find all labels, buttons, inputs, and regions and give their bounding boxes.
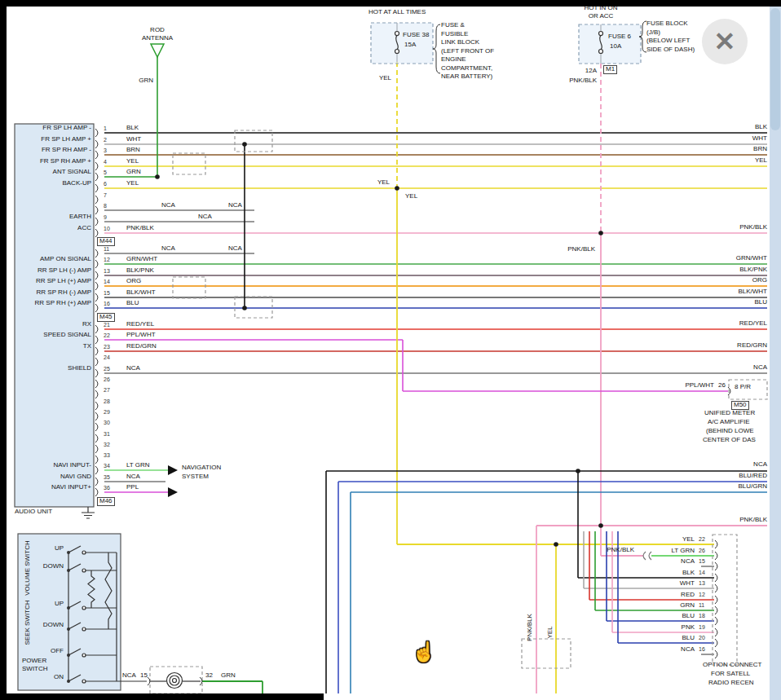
label-audio_unit-pins-31-wire: PPL: [126, 484, 139, 491]
switch-terminal: [82, 606, 86, 610]
label-top-fuse2-wire: PNK/BLK: [569, 77, 597, 85]
arrow-icon: [168, 465, 178, 475]
switch-terminal: [82, 680, 86, 683]
connector-pin-bracket: [95, 260, 98, 268]
ground-icon: [82, 507, 95, 518]
inline-connector-box: [173, 277, 205, 298]
connector-pin-bracket: [95, 466, 98, 474]
label-audio_unit-pins-17-signal: SPEED SIGNAL: [43, 332, 91, 339]
switch-terminal: [82, 551, 86, 554]
connector-pin-bracket: [95, 206, 98, 214]
label-audio_unit-m44: M44: [97, 237, 115, 246]
connector-pin-bracket: [715, 596, 717, 604]
label-top-fuse2-note-2: (BELOW LEFT: [646, 37, 690, 45]
label-top-fuse1-wire: YEL: [379, 75, 391, 82]
label-bottom_right-rows-10-w: NCA: [681, 646, 695, 654]
label-right-wire_labels-12: NCA: [753, 364, 767, 372]
fuse-terminal: [395, 32, 399, 36]
connector-pin-bracket: [95, 249, 98, 258]
label-audio_unit-pins-0-signal: FR SP LH AMP -: [42, 125, 91, 132]
label-audio_unit-pins-12-n: 13: [104, 268, 110, 275]
connector-pin-bracket: [715, 628, 717, 636]
page-bottom-edge: [7, 693, 324, 700]
label-top-fuse2-rating: 10A: [610, 43, 621, 51]
label-audio_unit-pins-21-n: 26: [104, 376, 110, 383]
splice-icon: [649, 552, 651, 560]
label-audio_unit-pins-18-signal: TX: [83, 343, 91, 350]
label-bottom_right-rows-5-n: 12: [699, 592, 705, 598]
label-top-fuse2-note-1: (J/B): [646, 29, 660, 37]
label-right-wire_labels-11: RED/GRN: [737, 342, 767, 350]
label-top-antenna-l1: ROD: [150, 27, 165, 34]
label-audio_unit-title: AUDIO UNIT: [15, 508, 52, 516]
connector-pin-bracket: [95, 358, 98, 366]
label-right-m50_group-conn_pin: 8 P/R: [735, 384, 751, 391]
connector-pin-bracket: [715, 584, 717, 592]
label-audio_unit-pins-20-signal: SHIELD: [68, 365, 91, 372]
label-audio_unit-pins-2-wire: BRN: [126, 147, 140, 154]
scrollbar-thumb[interactable]: [770, 8, 780, 130]
label-top-fuse1-note-5: COMPARTMENT,: [441, 65, 492, 73]
inline-connector-box: [235, 297, 272, 318]
label-right-m50_group-pin: 26: [718, 382, 726, 390]
label-top-fuse2-note-0: FUSE BLOCK: [646, 20, 688, 28]
connector-pin-bracket: [95, 162, 98, 170]
connector-pin-bracket: [148, 677, 150, 685]
label-audio_unit-m46: M46: [97, 497, 115, 506]
connector-pin-bracket: [715, 639, 717, 647]
label-bottom_right-rows-8-n: 19: [699, 624, 705, 631]
label-mid-yel_a: YEL: [377, 179, 390, 187]
label-audio_unit-pins-14-signal: RR SP RH (-) AMP: [37, 289, 91, 297]
label-right-unified-3: CENTER OF DAS: [703, 437, 756, 444]
close-button[interactable]: ✕: [702, 19, 748, 64]
arrow-icon: [168, 487, 178, 497]
label-bottom_right-vert_labels-yel: YEL: [547, 626, 554, 638]
label-audio_unit-nca: NCA: [198, 214, 212, 221]
label-navigation-l1: NAVIGATION: [182, 464, 221, 472]
connector-pin-bracket: [95, 445, 98, 453]
close-icon: ✕: [714, 27, 736, 56]
label-audio_unit-pins-4-wire: GRN: [126, 169, 141, 176]
label-audio_unit-nca: NCA: [228, 202, 242, 209]
label-switches-contacts-5: ON: [54, 674, 64, 681]
label-audio_unit-pins-14-n: 15: [104, 290, 110, 297]
label-bottom_right-rows-1-n: 26: [699, 548, 705, 554]
label-audio_unit-nca: NCA: [228, 245, 242, 253]
label-switches-contacts-0: UP: [55, 545, 64, 553]
label-bottom_right-rows-5-w: RED: [681, 592, 695, 599]
label-right-unified-1: A/C AMPLIFIE: [708, 419, 750, 426]
label-right-wire_labels-3: YEL: [755, 157, 767, 165]
label-bottom_right-option-2: RADIO RECEN: [708, 680, 754, 687]
label-audio_unit-pins-18-n: 23: [104, 344, 110, 350]
note-brace: [433, 24, 440, 73]
connector-pin-bracket: [715, 617, 717, 625]
label-bottom_right-rows-3-w: BLK: [682, 570, 695, 577]
label-audio_unit-pins-9-n: 10: [104, 226, 110, 232]
connector-pin-bracket: [95, 380, 98, 388]
label-top-fuse1-note-3: (LEFT FRONT OF: [441, 48, 494, 55]
label-bottom-grn: GRN: [221, 672, 236, 680]
switch-terminal: [82, 627, 86, 631]
connector-pin-bracket: [95, 402, 98, 410]
connector-pin-bracket: [95, 369, 98, 377]
junction-dot: [242, 306, 247, 310]
label-audio_unit-pins-1-signal: FR SP LH AMP +: [41, 136, 91, 143]
connector-pin-bracket: [95, 218, 98, 226]
label-audio_unit-pins-0-wire: BLK: [126, 125, 139, 132]
wiring-diagram-viewer: 1BLKFR SP LH AMP -2WHTFR SP LH AMP +3BRN…: [0, 0, 781, 700]
label-bottom_right-rows-0-n: 22: [699, 536, 705, 543]
label-top-fuse1-note-4: ENGINE: [441, 56, 466, 64]
label-switches-contacts-1: DOWN: [43, 563, 64, 570]
label-audio_unit-pins-15-signal: RR SP RH (+) AMP: [35, 300, 91, 307]
junction-dot: [576, 469, 580, 473]
label-right-wire_labels-1: WHT: [752, 135, 767, 143]
junction-dot: [242, 142, 247, 147]
fuse-block-box: [371, 23, 433, 64]
label-bottom-nca: NCA: [122, 672, 136, 680]
label-audio_unit-pins-4-n: 5: [104, 169, 107, 176]
label-right-m50_group-wire: PPL/WHT: [685, 382, 714, 390]
label-top-antenna-l2: ANTENNA: [142, 35, 173, 42]
label-mid-yel_b: YEL: [405, 193, 417, 200]
label-top-fuse1-note-0: FUSE &: [441, 22, 465, 29]
label-bottom_right-rows-1-w: LT GRN: [671, 548, 695, 555]
